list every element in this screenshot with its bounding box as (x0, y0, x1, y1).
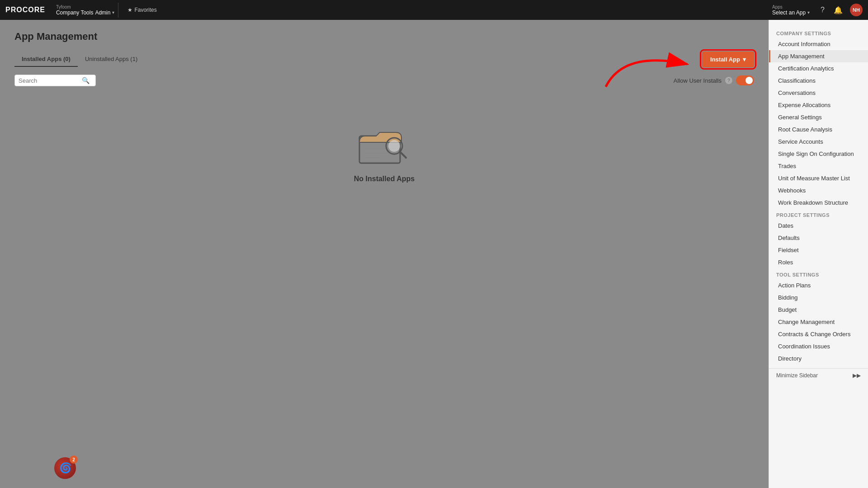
toolbar-row: 🔍 Allow User Installs ? (14, 75, 754, 86)
company-tools-label: Company Tools Admin ▾ (56, 9, 115, 16)
sidebar-item-action-plans[interactable]: Action Plans (769, 279, 868, 291)
apps-label: Apps (772, 5, 810, 9)
sidebar-item-single-sign-on[interactable]: Single Sign On Configuration (769, 148, 868, 160)
empty-state: No Installed Apps (14, 122, 754, 183)
sidebar-item-certification-analytics[interactable]: Certification Analytics (769, 62, 868, 75)
topnav-right-section: Apps Select an App ▾ ? 🔔 NH (769, 3, 863, 18)
search-input[interactable] (19, 77, 82, 84)
sidebar-item-trades[interactable]: Trades (769, 160, 868, 172)
search-box[interactable]: 🔍 (14, 75, 96, 86)
content-area: App Management Installed Apps (0) Uninst… (0, 20, 769, 488)
project-settings-section-title: PROJECT SETTINGS (769, 209, 868, 220)
apps-selector[interactable]: Apps Select an App ▾ (769, 3, 813, 18)
sidebar-item-roles[interactable]: Roles (769, 256, 868, 268)
star-icon: ★ (127, 7, 132, 13)
tab-installed-apps[interactable]: Installed Apps (0) (14, 52, 78, 67)
sidebar-item-classifications[interactable]: Classifications (769, 75, 868, 87)
company-name: Tyfoom (56, 5, 115, 9)
tabs-bar: Installed Apps (0) Uninstalled Apps (1) … (14, 52, 754, 67)
minimize-sidebar-button[interactable]: Minimize Sidebar ▶▶ (769, 368, 868, 382)
sidebar-item-conversations[interactable]: Conversations (769, 87, 868, 99)
sidebar-item-coordination-issues[interactable]: Coordination Issues (769, 340, 868, 352)
red-arrow-annotation (588, 42, 732, 96)
sidebar-item-defaults[interactable]: Defaults (769, 232, 868, 244)
allow-installs-help-icon[interactable]: ? (725, 77, 732, 84)
company-dropdown-arrow: ▾ (112, 10, 114, 15)
svg-point-5 (388, 140, 400, 152)
sidebar-item-fieldset[interactable]: Fieldset (769, 244, 868, 256)
apps-dropdown-arrow: ▾ (807, 10, 810, 15)
dropdown-caret-icon: ▾ (743, 56, 746, 63)
sidebar-item-service-accounts[interactable]: Service Accounts (769, 136, 868, 148)
right-sidebar: COMPANY SETTINGS Account Information App… (769, 20, 868, 488)
sidebar-item-change-management[interactable]: Change Management (769, 316, 868, 328)
sidebar-item-budget[interactable]: Budget (769, 304, 868, 316)
empty-state-text: No Installed Apps (354, 175, 415, 183)
notification-bell-icon[interactable]: 🔔 (832, 4, 844, 16)
tool-settings-section-title: TOOL SETTINGS (769, 268, 868, 279)
tabs-group: Installed Apps (0) Uninstalled Apps (1) (14, 52, 145, 67)
sidebar-item-directory[interactable]: Directory (769, 352, 868, 365)
minimize-sidebar-label: Minimize Sidebar (776, 372, 818, 379)
sidebar-item-account-information[interactable]: Account Information (769, 38, 868, 50)
search-icon[interactable]: 🔍 (82, 77, 90, 84)
top-navigation: PROCORE Tyfoom Company Tools Admin ▾ ★ F… (0, 0, 868, 20)
empty-folder-icon (357, 122, 411, 168)
sidebar-item-expense-allocations[interactable]: Expense Allocations (769, 99, 868, 111)
company-selector[interactable]: Tyfoom Company Tools Admin ▾ (52, 3, 119, 18)
allow-installs-toggle[interactable] (736, 75, 754, 85)
page-title: App Management (14, 31, 754, 42)
sidebar-item-dates[interactable]: Dates (769, 220, 868, 232)
notification-badge: 2 (70, 455, 78, 464)
sidebar-item-unit-of-measure[interactable]: Unit of Measure Master List (769, 172, 868, 184)
allow-installs-label: Allow User Installs (674, 77, 722, 84)
help-icon[interactable]: ? (819, 4, 826, 16)
sidebar-item-root-cause-analysis[interactable]: Root Cause Analysis (769, 123, 868, 136)
sidebar-item-work-breakdown-structure[interactable]: Work Breakdown Structure (769, 197, 868, 209)
tab-uninstalled-apps[interactable]: Uninstalled Apps (1) (78, 52, 145, 67)
sidebar-item-webhooks[interactable]: Webhooks (769, 184, 868, 197)
sidebar-item-contracts-change-orders[interactable]: Contracts & Change Orders (769, 328, 868, 340)
procore-logo: PROCORE (5, 6, 45, 14)
sidebar-item-general-settings[interactable]: General Settings (769, 111, 868, 123)
sidebar-item-bidding[interactable]: Bidding (769, 291, 868, 304)
bottom-app-icon[interactable]: 🌀 2 (54, 457, 76, 479)
minimize-sidebar-icon: ▶▶ (853, 372, 861, 379)
main-container: App Management Installed Apps (0) Uninst… (0, 20, 868, 488)
install-app-button[interactable]: Install App ▾ (702, 52, 754, 67)
favorites-button[interactable]: ★ Favorites (124, 7, 160, 13)
user-avatar[interactable]: NH (850, 4, 863, 16)
sidebar-item-app-management[interactable]: App Management (769, 50, 868, 62)
allow-user-installs-row: Allow User Installs ? (674, 75, 754, 85)
company-settings-section-title: COMPANY SETTINGS (769, 27, 868, 38)
